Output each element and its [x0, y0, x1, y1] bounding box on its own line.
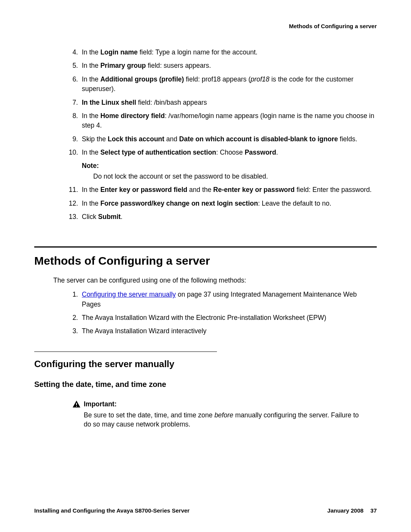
note-block: Note: Do not lock the account or set the… [82, 161, 377, 181]
step-number: 12. [68, 199, 82, 208]
method-text: Configuring the server manually on page … [82, 290, 377, 309]
step-6: 6. In the Additional groups (profile) fi… [68, 75, 377, 94]
step-number: 4. [68, 48, 82, 57]
step-text: In the Select type of authentication sec… [82, 148, 377, 157]
step-text: Click Submit. [82, 212, 377, 222]
step-text: In the Linux shell field: /bin/bash appe… [82, 98, 377, 107]
step-text: Skip the Lock this account and Date on w… [82, 134, 377, 144]
heading-methods: Methods of Configuring a server [34, 254, 377, 267]
step-number: 9. [68, 134, 82, 144]
numbered-steps: 4. In the Login name field: Type a login… [34, 48, 377, 222]
svg-rect-0 [76, 403, 77, 405]
step-number: 13. [68, 212, 82, 222]
heading-date-time: Setting the date, time, and time zone [34, 380, 377, 389]
footer-page-number: 37 [370, 507, 377, 514]
step-text: In the Enter key or password field and t… [82, 185, 377, 195]
step-4: 4. In the Login name field: Type a login… [68, 48, 377, 57]
method-number: 3. [68, 326, 82, 336]
step-text: In the Home directory field: /var/home/l… [82, 111, 377, 131]
heading-config-manually: Configuring the server manually [34, 359, 377, 369]
subsection-divider [34, 351, 217, 352]
method-text: The Avaya Installation Wizard interactiv… [82, 326, 377, 336]
page-footer: Installing and Configuring the Avaya S87… [34, 507, 377, 514]
step-7: 7. In the Linux shell field: /bin/bash a… [68, 98, 377, 107]
section-divider [34, 246, 377, 248]
note-label: Note: [82, 161, 377, 171]
method-number: 1. [68, 290, 82, 309]
method-3: 3. The Avaya Installation Wizard interac… [68, 326, 377, 336]
step-13: 13. Click Submit. [68, 212, 377, 222]
method-text: The Avaya Installation Wizard with the E… [82, 313, 377, 323]
header-section-title: Methods of Configuring a server [34, 23, 377, 29]
footer-doc-title: Installing and Configuring the Avaya S87… [34, 507, 190, 514]
step-8: 8. In the Home directory field: /var/hom… [68, 111, 377, 131]
step-11: 11. In the Enter key or password field a… [68, 185, 377, 195]
step-text: In the Login name field: Type a login na… [82, 48, 377, 57]
intro-text: The server can be configured using one o… [53, 276, 377, 284]
methods-list: 1. Configuring the server manually on pa… [34, 290, 377, 336]
step-text: In the Additional groups (profile) field… [82, 75, 377, 94]
step-number: 5. [68, 61, 82, 70]
footer-right: January 2008 37 [327, 507, 377, 514]
step-10: 10. In the Select type of authentication… [68, 148, 377, 157]
svg-rect-1 [76, 406, 77, 407]
step-12: 12. In the Force password/key change on … [68, 199, 377, 208]
step-number: 7. [68, 98, 82, 107]
method-2: 2. The Avaya Installation Wizard with th… [68, 313, 377, 323]
warning-icon [72, 400, 81, 408]
step-9: 9. Skip the Lock this account and Date o… [68, 134, 377, 144]
important-text: Be sure to set the date, time, and time … [84, 411, 365, 429]
important-block: Important: Be sure to set the date, time… [72, 400, 377, 429]
step-5: 5. In the Primary group field: susers ap… [68, 61, 377, 70]
step-number: 6. [68, 75, 82, 94]
note-text: Do not lock the account or set the passw… [93, 172, 377, 181]
step-number: 11. [68, 185, 82, 195]
config-manually-link[interactable]: Configuring the server manually [82, 291, 176, 298]
footer-date: January 2008 [327, 507, 363, 514]
step-number: 8. [68, 111, 82, 131]
important-label: Important: [84, 400, 117, 408]
step-text: In the Force password/key change on next… [82, 199, 377, 208]
method-1: 1. Configuring the server manually on pa… [68, 290, 377, 309]
step-text: In the Primary group field: susers appea… [82, 61, 377, 70]
step-number: 10. [68, 148, 82, 157]
method-number: 2. [68, 313, 82, 323]
